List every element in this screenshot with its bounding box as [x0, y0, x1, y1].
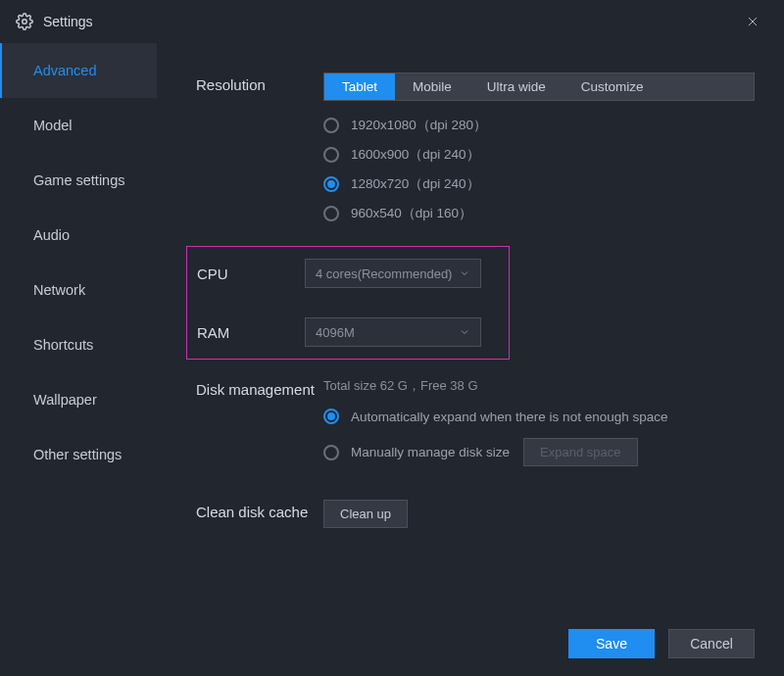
resolution-option[interactable]: 1280x720（dpi 240）: [323, 175, 755, 193]
cpu-dropdown[interactable]: 4 cores(Recommended): [305, 259, 481, 288]
radio-label: 1280x720（dpi 240）: [351, 175, 480, 193]
radio-label: 1600x900（dpi 240）: [351, 146, 480, 164]
footer: Save Cancel: [0, 627, 784, 676]
gear-icon: [16, 13, 33, 30]
radio-label: Manually manage disk size: [351, 445, 510, 459]
radio-label: Automatically expand when there is not e…: [351, 410, 667, 424]
sidebar-item-advanced[interactable]: Advanced: [0, 43, 157, 98]
content-pane: Resolution TabletMobileUltra wideCustomi…: [157, 43, 784, 627]
radio-circle: [323, 147, 339, 163]
sidebar-item-audio[interactable]: Audio: [0, 208, 157, 263]
chevron-down-icon: [459, 326, 470, 338]
resolution-radio-list: 1920x1080（dpi 280）1600x900（dpi 240）1280x…: [323, 117, 755, 222]
disk-option[interactable]: Automatically expand when there is not e…: [323, 409, 755, 424]
resolution-option[interactable]: 960x540（dpi 160）: [323, 205, 755, 222]
cpu-row: CPU 4 cores(Recommended): [187, 259, 499, 288]
sidebar-item-network[interactable]: Network: [0, 263, 157, 317]
sidebar: AdvancedModelGame settingsAudioNetworkSh…: [0, 43, 157, 627]
segment-mobile[interactable]: Mobile: [395, 73, 469, 100]
cancel-button[interactable]: Cancel: [668, 629, 755, 658]
resolution-option[interactable]: 1920x1080（dpi 280）: [323, 117, 755, 134]
chevron-down-icon: [459, 267, 470, 279]
close-button[interactable]: [737, 6, 768, 37]
disk-info: Total size 62 G，Free 38 G: [323, 377, 755, 395]
cache-label: Clean disk cache: [196, 500, 323, 528]
titlebar: Settings: [0, 0, 784, 43]
segment-customize[interactable]: Customize: [564, 73, 662, 100]
sidebar-item-other-settings[interactable]: Other settings: [0, 427, 157, 482]
sidebar-item-wallpaper[interactable]: Wallpaper: [0, 372, 157, 427]
segment-ultra-wide[interactable]: Ultra wide: [469, 73, 564, 100]
radio-label: 960x540（dpi 160）: [351, 205, 472, 222]
disk-label: Disk management: [196, 377, 323, 480]
radio-circle: [323, 206, 339, 221]
sidebar-item-game-settings[interactable]: Game settings: [0, 153, 157, 208]
sidebar-item-model[interactable]: Model: [0, 98, 157, 153]
segment-tablet[interactable]: Tablet: [324, 73, 395, 100]
cache-row: Clean disk cache Clean up: [196, 500, 755, 528]
resolution-label: Resolution: [196, 72, 323, 234]
ram-dropdown[interactable]: 4096M: [305, 317, 481, 347]
expand-space-button: Expand space: [523, 438, 637, 466]
resolution-row: Resolution TabletMobileUltra wideCustomi…: [196, 72, 755, 234]
cpu-ram-highlight: CPU 4 cores(Recommended) RAM 4096M: [186, 246, 510, 360]
clean-up-button[interactable]: Clean up: [323, 500, 408, 528]
cpu-label: CPU: [187, 266, 305, 282]
disk-option[interactable]: Manually manage disk sizeExpand space: [323, 438, 755, 466]
svg-point-0: [23, 20, 27, 24]
radio-circle: [323, 176, 339, 192]
window-title: Settings: [43, 14, 93, 29]
radio-circle: [323, 445, 339, 460]
ram-value: 4096M: [316, 325, 355, 340]
resolution-option[interactable]: 1600x900（dpi 240）: [323, 146, 755, 164]
radio-circle: [323, 118, 339, 133]
radio-label: 1920x1080（dpi 280）: [351, 117, 487, 134]
radio-circle: [323, 409, 339, 424]
ram-row: RAM 4096M: [187, 317, 499, 347]
ram-label: RAM: [187, 324, 305, 341]
disk-row: Disk management Total size 62 G，Free 38 …: [196, 377, 755, 480]
save-button[interactable]: Save: [568, 629, 655, 658]
cpu-value: 4 cores(Recommended): [316, 266, 452, 281]
sidebar-item-shortcuts[interactable]: Shortcuts: [0, 317, 157, 372]
resolution-segmented: TabletMobileUltra wideCustomize: [323, 72, 755, 101]
